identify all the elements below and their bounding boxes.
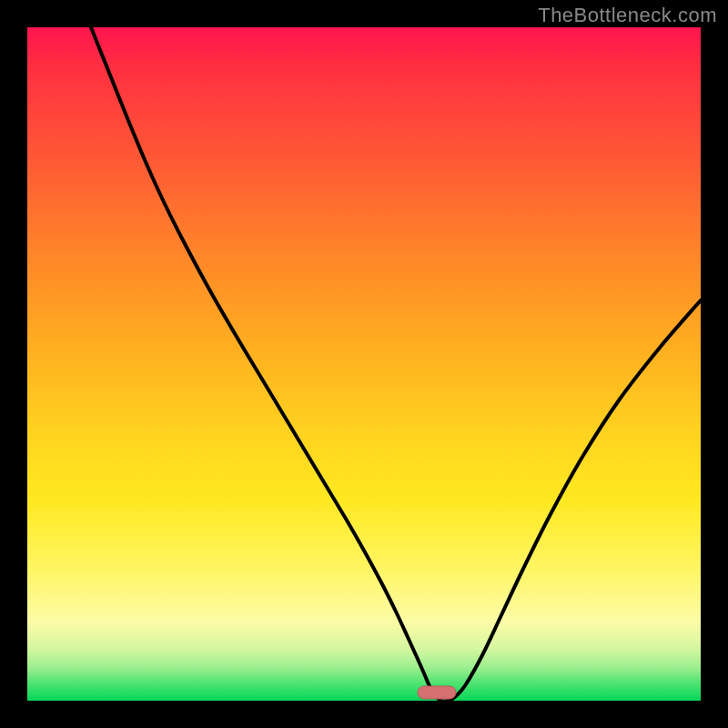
chart-frame: TheBottleneck.com: [0, 0, 728, 728]
optimal-point-marker: [418, 686, 456, 699]
chart-svg: [27, 27, 701, 701]
plot-area: [27, 27, 701, 701]
bottleneck-curve: [91, 27, 701, 701]
watermark-text: TheBottleneck.com: [538, 4, 717, 27]
